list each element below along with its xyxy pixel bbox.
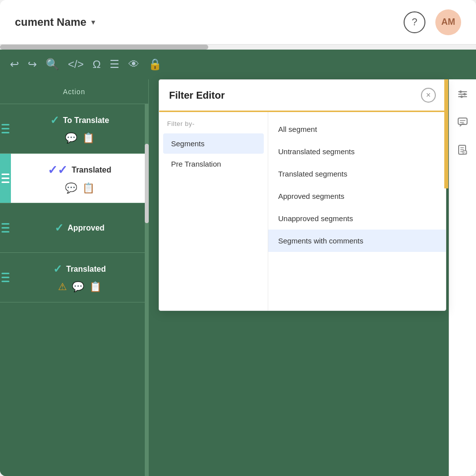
lock-icon[interactable]: 🔒: [148, 58, 162, 71]
help-button[interactable]: ?: [404, 11, 425, 33]
code-icon[interactable]: </>: [68, 58, 84, 71]
filter-editor-title: Filter Editor: [169, 90, 225, 101]
segment-status: ✓ To Translate: [50, 114, 109, 127]
assign-icon[interactable]: 📋: [89, 281, 102, 293]
close-icon: ×: [426, 91, 430, 100]
vertical-scrollbar[interactable]: [145, 104, 149, 476]
scrollbar-thumb[interactable]: [0, 45, 208, 50]
dictionary-sidebar-button[interactable]: AZ: [453, 140, 473, 160]
filter-editor-panel: Filter Editor × Filter by- Segments Pre …: [159, 79, 446, 311]
filter-editor-body: Filter by- Segments Pre Translation All …: [159, 112, 446, 310]
table-row[interactable]: ✓✓ Translated 💬 📋: [0, 154, 149, 203]
action-header-label: Action: [63, 88, 85, 96]
hide-icon[interactable]: 👁: [128, 58, 139, 71]
segment-content: ✓ Translated ⚠ 💬 📋: [11, 253, 148, 302]
avatar[interactable]: AM: [435, 9, 461, 35]
svg-point-4: [464, 93, 466, 96]
search-icon[interactable]: 🔍: [46, 58, 59, 71]
segments-panel: Action ✓ To Translate 💬 📋: [0, 79, 149, 476]
right-sidebar: AZ: [449, 79, 476, 476]
close-button[interactable]: ×: [421, 88, 436, 103]
chevron-down-icon[interactable]: ▾: [91, 17, 95, 27]
question-mark-icon: ?: [412, 16, 417, 28]
check-icon: ✓: [55, 222, 63, 235]
status-label: Translated: [71, 166, 111, 175]
segment-action-icons: 💬 📋: [65, 182, 95, 194]
filter-categories: Filter by- Segments Pre Translation: [159, 112, 268, 310]
svg-text:AZ: AZ: [464, 151, 467, 154]
filter-editor-header: Filter Editor ×: [159, 80, 446, 112]
filter-option-untranslated[interactable]: Untranslated segments: [268, 140, 446, 163]
comment-icon[interactable]: 💬: [65, 132, 77, 144]
action-column-header: Action: [0, 79, 149, 104]
segment-action-icons: ⚠ 💬 📋: [58, 281, 102, 293]
table-row[interactable]: ✓ Approved: [0, 203, 149, 253]
filter-option-all[interactable]: All segment: [268, 118, 446, 140]
table-row[interactable]: ✓ To Translate 💬 📋: [0, 104, 149, 154]
list-icon[interactable]: ☰: [110, 58, 119, 71]
segment-status: ✓ Approved: [55, 222, 105, 235]
segment-content: ✓ To Translate 💬 📋: [11, 104, 148, 153]
table-row[interactable]: ✓ Translated ⚠ 💬 📋: [0, 253, 149, 302]
filter-sidebar-button[interactable]: [453, 84, 473, 104]
pre-translation-category[interactable]: Pre Translation: [163, 154, 264, 174]
status-label: Approved: [67, 224, 105, 233]
segment-action-icons: 💬 📋: [65, 132, 95, 144]
comment-icon[interactable]: 💬: [72, 281, 84, 293]
redo-icon[interactable]: ↪: [28, 58, 37, 71]
app-header: cument Name ▾ ? AM: [0, 0, 476, 45]
check-icon: ✓: [53, 263, 62, 276]
segment-content: ✓ Approved: [11, 203, 148, 252]
assign-icon[interactable]: 📋: [82, 132, 95, 144]
scrollbar-thumb[interactable]: [145, 144, 149, 223]
header-right: ? AM: [404, 9, 461, 35]
filter-by-label: Filter by-: [159, 120, 268, 133]
segment-status: ✓✓ Translated: [48, 163, 111, 177]
comment-sidebar-button[interactable]: [453, 112, 473, 132]
special-chars-icon[interactable]: Ω: [93, 58, 101, 71]
segments-category[interactable]: Segments: [163, 133, 264, 154]
status-label: Translated: [66, 265, 106, 274]
document-name: cument Name: [15, 16, 86, 29]
double-check-icon: ✓✓: [48, 163, 67, 177]
svg-point-3: [460, 91, 462, 93]
assign-icon[interactable]: 📋: [82, 182, 95, 194]
check-icon: ✓: [50, 114, 59, 127]
filter-option-translated[interactable]: Translated segments: [268, 163, 446, 185]
status-label: To Translate: [63, 116, 109, 125]
segment-status: ✓ Translated: [53, 263, 106, 276]
filter-options: All segment Untranslated segments Transl…: [268, 112, 446, 310]
segment-content: ✓✓ Translated 💬 📋: [11, 154, 148, 203]
comment-icon[interactable]: 💬: [65, 182, 77, 194]
filter-option-comments[interactable]: Segments with comments: [268, 230, 446, 252]
main-area: Action ✓ To Translate 💬 📋: [0, 79, 476, 476]
editor-toolbar: ↩ ↪ 🔍 </> Ω ☰ 👁 🔒: [0, 50, 476, 79]
filter-option-approved[interactable]: Approved segments: [268, 185, 446, 207]
warning-icon[interactable]: ⚠: [58, 281, 67, 293]
header-left: cument Name ▾: [15, 16, 95, 29]
undo-icon[interactable]: ↩: [10, 58, 19, 71]
filter-option-unapproved[interactable]: Unapproved segments: [268, 207, 446, 230]
horizontal-scrollbar[interactable]: [0, 45, 476, 50]
svg-point-5: [461, 96, 463, 98]
